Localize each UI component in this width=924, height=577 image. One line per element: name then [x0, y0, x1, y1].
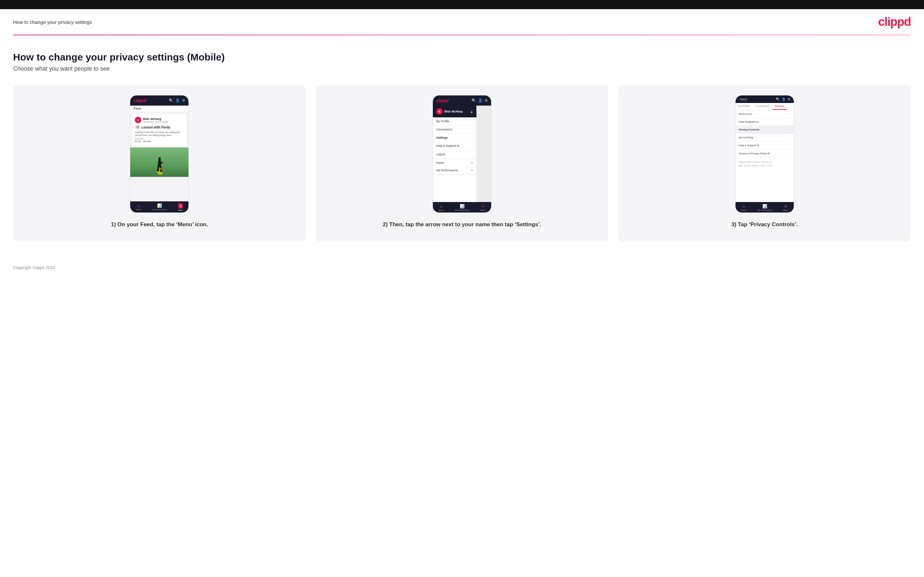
feed-duration: Duration01 hr : 30 min	[135, 138, 184, 143]
page-title: How to change your privacy settings (Mob…	[13, 52, 911, 63]
phone-1-nav: ⌂ Home 📊 My Performance ≡ Menu	[130, 201, 189, 213]
search-icon-2: 🔍	[472, 98, 476, 103]
feed-lesson-row: 🎯 Lesson with Fordy	[135, 124, 184, 130]
nav-3-menu-label: Menu	[783, 209, 788, 211]
phone-2-nav: ⌂ Home 📊 My Performance ✕ Menu	[433, 202, 491, 213]
menu-drawer: B Blair McHarg ▲ My Profile Connections …	[433, 106, 477, 202]
home-icon-2: ⌂	[440, 204, 443, 209]
settings-list: My Account› Data Integrations› Privacy C…	[735, 110, 794, 202]
performance-icon-2: 📊	[460, 204, 465, 209]
menu-avatar: B	[436, 108, 443, 115]
step-2-caption: 2) Then, tap the arrow next to your name…	[383, 221, 541, 229]
settings-privacy-policy[interactable]: Service & Privacy Policy ⧉	[735, 150, 794, 158]
settings-header: ‹ Back 🔍 👤 ⚙	[735, 95, 794, 103]
menu-item-settings[interactable]: Settings	[433, 134, 477, 142]
nav-home-label: Home	[136, 209, 141, 211]
step-1-caption: 1) On your Feed, tap the ‘Menu’ icon.	[111, 221, 208, 229]
user-icon-2: 👤	[478, 98, 483, 103]
phone-2-logo: clippd	[436, 98, 449, 103]
nav-2-performance-label: My Performance	[455, 209, 469, 211]
page-subtitle: Choose what you want people to see	[13, 65, 911, 72]
step-1-card: clippd 🔍 👤 ⚙ Feed B Blair M	[13, 85, 306, 242]
footer: Copyright Clippd 2022	[0, 255, 924, 280]
tab-myprofile[interactable]: My Profile	[735, 103, 753, 110]
phone-1-icons: 🔍 👤 ⚙	[169, 98, 185, 103]
phone-2-icons: 🔍 👤 ⚙	[472, 98, 488, 103]
header: How to change your privacy settings clip…	[0, 9, 924, 35]
nav-performance: 📊 My Performance	[152, 203, 167, 211]
nav-3-performance-label: My Performance	[758, 209, 772, 211]
header-title: How to change your privacy settings	[13, 19, 92, 25]
feed-user-date: Yesterday · Sunningdale	[143, 121, 168, 123]
feed-post: B Blair McHarg Yesterday · Sunningdale 🎯…	[132, 114, 186, 145]
menu-icon: ≡	[178, 203, 183, 209]
step-3-phone: ‹ Back 🔍 👤 ⚙ My Profile Connections Sett…	[735, 95, 794, 213]
tab-settings[interactable]: Settings	[772, 103, 787, 110]
menu-icon-3: ≡	[784, 204, 787, 209]
feed-desc: Looking to feel like my hands are exitin…	[135, 131, 184, 137]
performance-icon-3: 📊	[762, 204, 767, 209]
nav-menu[interactable]: ≡ Menu	[178, 203, 183, 211]
nav-3-home-label: Home	[741, 209, 746, 211]
feed-user-name: Blair McHarg	[143, 118, 168, 121]
menu-icon-2: ✕	[481, 204, 485, 209]
user-icon: 👤	[175, 98, 180, 103]
home-icon-3: ⌂	[742, 204, 745, 209]
nav-3-menu[interactable]: ≡ Menu	[783, 204, 788, 211]
search-icon: 🔍	[169, 98, 173, 103]
phone-1-logo: clippd	[134, 98, 146, 103]
nav-menu-label: Menu	[178, 209, 183, 211]
user-icon-3: 👤	[782, 97, 786, 101]
phone-1-header: clippd 🔍 👤 ⚙	[130, 95, 189, 106]
lesson-icon: 🎯	[135, 124, 140, 130]
main-content: How to change your privacy settings (Mob…	[0, 35, 924, 255]
tab-connections[interactable]: Connections	[752, 103, 772, 110]
avatar: B	[135, 117, 141, 123]
back-button[interactable]: ‹ Back	[739, 98, 747, 101]
phone-1-feed-tab: Feed	[130, 106, 189, 112]
settings-icon: ⚙	[182, 98, 185, 103]
copyright-text: Copyright Clippd 2022	[13, 265, 55, 270]
feed-user-row: B Blair McHarg Yesterday · Sunningdale	[135, 117, 184, 123]
nav-2-home: ⌂ Home	[438, 204, 444, 211]
settings-privacy-controls[interactable]: Privacy Controls›	[735, 126, 794, 134]
step-3-card: ‹ Back 🔍 👤 ⚙ My Profile Connections Sett…	[618, 85, 911, 242]
phone-1-content: B Blair McHarg Yesterday · Sunningdale 🎯…	[130, 112, 189, 201]
nav-3-home: ⌂ Home	[741, 204, 746, 211]
settings-icon-2: ⚙	[485, 98, 488, 103]
menu-user-header: B Blair McHarg ▲	[433, 106, 477, 118]
nav-2-menu-label: Menu	[481, 209, 486, 211]
menu-item-connections[interactable]: Connections	[433, 126, 477, 134]
settings-icon-3: ⚙	[788, 97, 790, 101]
settings-tabs: My Profile Connections Settings	[735, 103, 794, 110]
menu-section-home[interactable]: Home▼	[433, 159, 477, 167]
golfer-silhouette	[154, 157, 164, 174]
menu-arrow-up[interactable]: ▲	[470, 110, 473, 113]
step-1-phone: clippd 🔍 👤 ⚙ Feed B Blair M	[130, 95, 189, 213]
phone-3-nav: ⌂ Home 📊 My Performance ≡ Menu	[735, 202, 794, 213]
menu-item-help[interactable]: Help & Support ⧉	[433, 142, 477, 150]
settings-data-integrations[interactable]: Data Integrations›	[735, 118, 794, 126]
menu-section-performance[interactable]: My Performance▼	[433, 167, 477, 174]
nav-2-home-label: Home	[438, 209, 444, 211]
search-icon-3: 🔍	[776, 97, 780, 101]
menu-user-info: B Blair McHarg	[436, 108, 463, 115]
settings-my-account[interactable]: My Account›	[735, 110, 794, 118]
nav-home: ⌂ Home	[136, 203, 141, 211]
nav-2-menu[interactable]: ✕ Menu	[481, 204, 486, 211]
menu-overlay: B Blair McHarg ▲ My Profile Connections …	[433, 106, 491, 202]
settings-golf-bag[interactable]: My Golf Bag›	[735, 134, 794, 142]
feed-lesson-title: Lesson with Fordy	[141, 126, 170, 129]
performance-icon: 📊	[157, 203, 162, 208]
nav-performance-label: My Performance	[152, 209, 167, 211]
nav-2-performance: 📊 My Performance	[455, 204, 469, 211]
menu-user-name: Blair McHarg	[444, 110, 463, 113]
step-2-card: clippd 🔍 👤 ⚙	[316, 85, 609, 242]
menu-item-logout[interactable]: Logout	[433, 150, 477, 158]
step-2-phone: clippd 🔍 👤 ⚙	[433, 95, 491, 213]
settings-version: Clippd Client Version: 2022.8.3-3GQL Ser…	[735, 158, 794, 170]
step-3-caption: 3) Tap ‘Privacy Controls’.	[731, 221, 798, 229]
menu-item-myprofile[interactable]: My Profile	[433, 118, 477, 126]
settings-help[interactable]: Help & Support ⧉	[735, 142, 794, 150]
top-bar	[0, 0, 924, 9]
